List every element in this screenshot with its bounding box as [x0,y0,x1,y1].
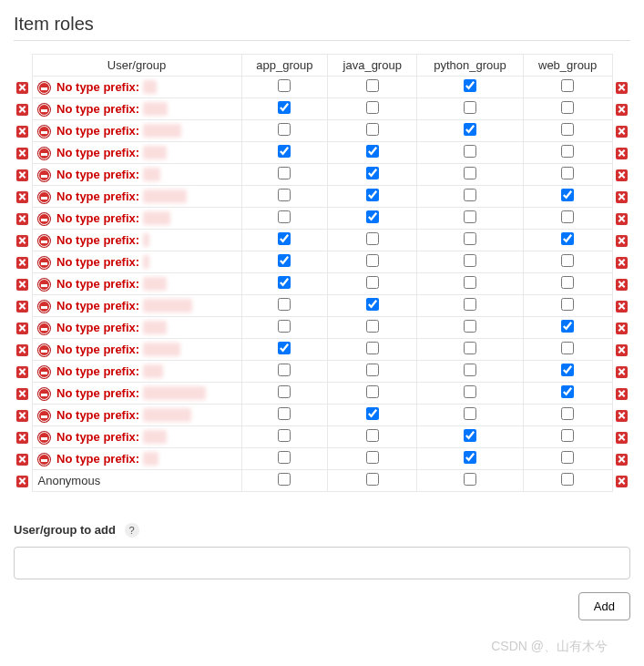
role-checkbox[interactable] [561,145,574,158]
role-checkbox[interactable] [366,364,379,376]
role-checkbox[interactable] [366,473,379,486]
role-checkbox[interactable] [366,407,379,420]
delete-icon[interactable] [616,432,628,444]
role-checkbox[interactable] [366,145,379,158]
role-checkbox[interactable] [561,232,574,245]
role-checkbox[interactable] [464,189,476,201]
row-delete-right[interactable] [612,317,630,339]
role-checkbox[interactable] [561,210,574,223]
role-checkbox[interactable] [561,473,574,486]
row-delete-right[interactable] [612,339,630,361]
role-checkbox[interactable] [464,254,476,267]
row-delete-right[interactable] [612,164,630,186]
role-checkbox[interactable] [278,451,291,464]
role-checkbox[interactable] [464,232,476,245]
row-delete-left[interactable] [14,120,32,142]
delete-icon[interactable] [16,126,28,138]
role-checkbox[interactable] [464,210,476,223]
role-checkbox[interactable] [464,451,476,464]
role-checkbox[interactable] [561,123,574,136]
role-checkbox[interactable] [278,473,291,486]
role-checkbox[interactable] [561,276,574,289]
role-checkbox[interactable] [278,145,291,158]
role-checkbox[interactable] [366,429,379,442]
help-icon[interactable]: ? [125,523,139,538]
delete-icon[interactable] [616,169,628,181]
role-checkbox[interactable] [464,167,476,179]
delete-icon[interactable] [616,344,628,356]
role-checkbox[interactable] [464,407,476,420]
role-checkbox[interactable] [561,167,574,179]
row-delete-right[interactable] [612,470,630,492]
row-delete-right[interactable] [612,230,630,251]
role-checkbox[interactable] [278,342,291,354]
role-checkbox[interactable] [366,210,379,223]
row-delete-left[interactable] [14,77,32,98]
delete-icon[interactable] [616,126,628,138]
role-checkbox[interactable] [278,167,291,179]
role-checkbox[interactable] [464,101,476,114]
role-checkbox[interactable] [278,407,291,420]
role-checkbox[interactable] [278,189,291,201]
row-delete-left[interactable] [14,470,32,492]
row-delete-right[interactable] [612,383,630,405]
role-checkbox[interactable] [561,385,574,398]
delete-icon[interactable] [616,191,628,203]
delete-icon[interactable] [16,191,28,203]
row-delete-right[interactable] [612,448,630,470]
delete-icon[interactable] [16,148,28,159]
row-delete-left[interactable] [14,208,32,230]
delete-icon[interactable] [16,410,28,422]
role-checkbox[interactable] [561,79,574,92]
row-delete-left[interactable] [14,426,32,448]
role-checkbox[interactable] [278,79,291,92]
role-checkbox[interactable] [464,298,476,311]
delete-icon[interactable] [616,323,628,334]
role-checkbox[interactable] [278,385,291,398]
row-delete-right[interactable] [612,208,630,230]
role-checkbox[interactable] [464,123,476,136]
role-checkbox[interactable] [278,364,291,376]
role-checkbox[interactable] [464,385,476,398]
role-checkbox[interactable] [278,101,291,114]
delete-icon[interactable] [16,235,28,247]
delete-icon[interactable] [16,213,28,225]
row-delete-right[interactable] [612,142,630,164]
role-checkbox[interactable] [464,342,476,354]
delete-icon[interactable] [616,410,628,422]
delete-icon[interactable] [616,235,628,247]
row-delete-left[interactable] [14,317,32,339]
delete-icon[interactable] [616,279,628,291]
row-delete-right[interactable] [612,186,630,208]
row-delete-right[interactable] [612,426,630,448]
row-delete-right[interactable] [612,251,630,273]
role-checkbox[interactable] [464,320,476,333]
role-checkbox[interactable] [464,429,476,442]
delete-icon[interactable] [616,454,628,466]
row-delete-right[interactable] [612,361,630,383]
role-checkbox[interactable] [366,298,379,311]
delete-icon[interactable] [616,82,628,94]
row-delete-right[interactable] [612,273,630,295]
role-checkbox[interactable] [464,145,476,158]
delete-icon[interactable] [616,104,628,116]
role-checkbox[interactable] [464,364,476,376]
row-delete-left[interactable] [14,295,32,317]
delete-icon[interactable] [16,169,28,181]
row-delete-left[interactable] [14,361,32,383]
delete-icon[interactable] [16,279,28,291]
row-delete-left[interactable] [14,448,32,470]
row-delete-left[interactable] [14,230,32,251]
role-checkbox[interactable] [278,123,291,136]
row-delete-right[interactable] [612,405,630,426]
role-checkbox[interactable] [366,451,379,464]
role-checkbox[interactable] [366,342,379,354]
role-checkbox[interactable] [464,473,476,486]
role-checkbox[interactable] [561,320,574,333]
delete-icon[interactable] [16,82,28,94]
row-delete-left[interactable] [14,383,32,405]
role-checkbox[interactable] [278,429,291,442]
add-button[interactable]: Add [578,592,630,620]
role-checkbox[interactable] [366,189,379,201]
row-delete-left[interactable] [14,142,32,164]
